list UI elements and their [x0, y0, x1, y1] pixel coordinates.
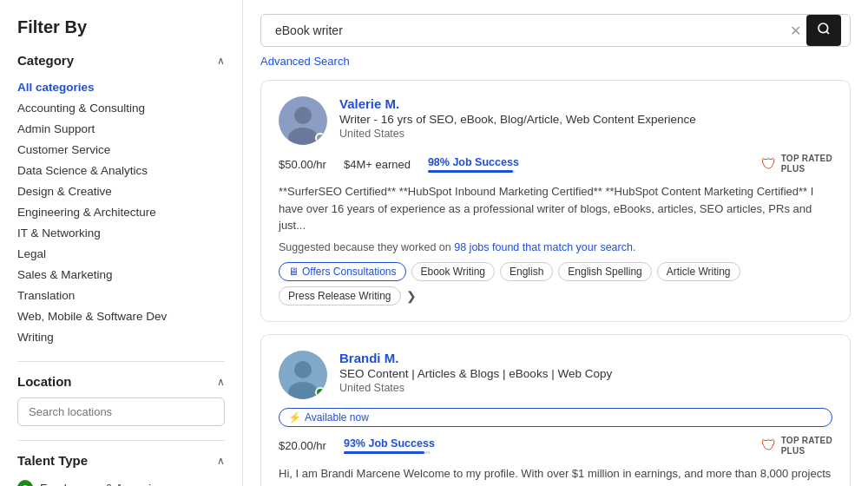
card-info: Valerie M. Writer - 16 yrs of SEO, eBook…: [339, 96, 832, 140]
list-item[interactable]: Customer Service: [17, 139, 225, 160]
rate-stat: $50.00/hr: [279, 158, 326, 171]
suggestion-link[interactable]: 98 jobs found that match your search.: [454, 241, 635, 253]
card-header: Valerie M. Writer - 16 yrs of SEO, eBook…: [279, 96, 832, 145]
list-item[interactable]: All categories: [17, 76, 225, 97]
job-success: 98% Job Success: [428, 156, 519, 173]
category-link[interactable]: Data Science & Analytics: [17, 164, 148, 177]
category-section: Category ∧ All categories Accounting & C…: [17, 53, 225, 347]
category-link[interactable]: Admin Support: [17, 122, 95, 135]
category-link[interactable]: Engineering & Architecture: [17, 206, 156, 219]
search-button[interactable]: [806, 15, 841, 46]
tags-chevron-right-icon[interactable]: ❯: [406, 289, 417, 303]
category-link[interactable]: Accounting & Consulting: [17, 102, 145, 115]
category-link[interactable]: Writing: [17, 331, 54, 344]
card-header: Brandi M. SEO Content | Articles & Blogs…: [279, 351, 832, 399]
list-item[interactable]: Web, Mobile & Software Dev: [17, 305, 225, 326]
list-item[interactable]: Engineering & Architecture: [17, 201, 225, 222]
category-link[interactable]: Web, Mobile & Software Dev: [17, 310, 167, 323]
freelancer-name[interactable]: Brandi M.: [339, 351, 832, 365]
category-section-title: Category: [17, 53, 74, 68]
tag[interactable]: Article Writing: [657, 262, 740, 281]
location-section: Location ∧: [17, 374, 225, 426]
online-status-dot: [315, 387, 326, 397]
available-now-badge: ⚡ Available now: [279, 408, 832, 427]
card-description: Hi, I am Brandi Marcene Welcome to my pr…: [279, 465, 832, 487]
radio-selected-icon: [17, 480, 33, 486]
tag[interactable]: English: [500, 262, 553, 281]
svg-point-6: [294, 361, 312, 378]
job-success-bar: [344, 451, 431, 454]
advanced-search-link[interactable]: Advanced Search: [260, 55, 350, 68]
location-search-input[interactable]: [17, 397, 225, 426]
card-stats: $20.00/hr 93% Job Success 🛡 TOP RATEDPLU…: [279, 436, 832, 456]
freelancer-card: Valerie M. Writer - 16 yrs of SEO, eBook…: [260, 80, 851, 322]
card-stats: $50.00/hr $4M+ earned 98% Job Success 🛡 …: [279, 154, 832, 174]
category-link[interactable]: All categories: [17, 81, 95, 94]
card-info: Brandi M. SEO Content | Articles & Blogs…: [339, 351, 832, 394]
talent-type-chevron-icon[interactable]: ∧: [217, 455, 225, 467]
top-rated-badge: 🛡 TOP RATEDPLUS: [761, 154, 832, 174]
list-item[interactable]: Freelancers & Agencies: [17, 476, 225, 486]
freelancer-name[interactable]: Valerie M.: [339, 96, 832, 111]
tag[interactable]: English Spelling: [558, 262, 651, 281]
search-bar: ✕: [260, 14, 851, 47]
job-success-label: 93% Job Success: [344, 437, 435, 450]
category-link[interactable]: Design & Creative: [17, 185, 112, 198]
talent-type-label: Freelancers & Agencies: [40, 482, 164, 487]
list-item[interactable]: Accounting & Consulting: [17, 97, 225, 118]
category-link[interactable]: Customer Service: [17, 143, 110, 156]
search-input[interactable]: [270, 15, 790, 46]
job-success-label: 98% Job Success: [428, 156, 519, 168]
freelancer-location: United States: [339, 382, 832, 394]
job-success-bar-fill: [344, 451, 424, 454]
category-link[interactable]: IT & Networking: [17, 227, 101, 240]
list-item[interactable]: IT & Networking: [17, 222, 225, 243]
job-success-bar: [428, 170, 515, 173]
talent-type-section-title: Talent Type: [17, 453, 88, 468]
tags-list: 🖥 Offers Consultations Ebook Writing Eng…: [279, 262, 832, 305]
list-item[interactable]: Translation: [17, 285, 225, 305]
list-item[interactable]: Design & Creative: [17, 181, 225, 201]
tag[interactable]: Ebook Writing: [411, 262, 495, 281]
shield-icon: 🛡: [761, 437, 777, 455]
main-content: ✕ Advanced Search Val: [243, 0, 868, 486]
avatar: [279, 96, 327, 145]
earned-stat: $4M+ earned: [344, 158, 411, 171]
location-section-header: Location ∧: [17, 374, 225, 389]
list-item[interactable]: Legal: [17, 243, 225, 264]
category-link[interactable]: Legal: [17, 247, 46, 260]
card-suggestion: Suggested because they worked on 98 jobs…: [279, 241, 832, 253]
freelancer-title: SEO Content | Articles & Blogs | eBooks …: [339, 367, 832, 380]
list-item[interactable]: Data Science & Analytics: [17, 160, 225, 181]
freelancer-card: Brandi M. SEO Content | Articles & Blogs…: [260, 334, 851, 487]
location-chevron-icon[interactable]: ∧: [217, 376, 225, 388]
talent-type-section-header: Talent Type ∧: [17, 453, 225, 468]
sidebar: Filter By Category ∧ All categories Acco…: [0, 0, 243, 486]
talent-type-list: Freelancers & Agencies Freelancers: [17, 476, 225, 486]
category-link[interactable]: Translation: [17, 289, 75, 302]
svg-point-3: [294, 107, 312, 124]
card-description: **SurferSEO Certified** **HubSpot Inboun…: [279, 183, 832, 234]
top-rated-label: TOP RATEDPLUS: [781, 154, 832, 174]
offline-status-dot: [315, 133, 326, 143]
category-list: All categories Accounting & Consulting A…: [17, 76, 225, 347]
freelancer-title: Writer - 16 yrs of SEO, eBook, Blog/Arti…: [339, 113, 832, 126]
category-chevron-icon[interactable]: ∧: [217, 55, 225, 67]
top-rated-badge: 🛡 TOP RATEDPLUS: [761, 436, 832, 456]
divider-2: [17, 440, 225, 441]
tag[interactable]: 🖥 Offers Consultations: [279, 262, 406, 281]
divider: [17, 361, 225, 362]
clear-icon[interactable]: ✕: [790, 23, 801, 39]
list-item[interactable]: Sales & Marketing: [17, 264, 225, 285]
monitor-icon: 🖥: [288, 266, 299, 278]
filter-by-title: Filter By: [17, 17, 225, 37]
available-badge-row: ⚡ Available now: [279, 408, 832, 427]
job-success-bar-fill: [428, 170, 513, 173]
list-item[interactable]: Writing: [17, 326, 225, 347]
category-link[interactable]: Sales & Marketing: [17, 268, 113, 281]
tag[interactable]: Press Release Writing: [279, 286, 401, 305]
search-icon: [817, 22, 831, 36]
svg-point-0: [819, 23, 828, 33]
talent-type-section: Talent Type ∧ Freelancers & Agencies Fre…: [17, 453, 225, 486]
list-item[interactable]: Admin Support: [17, 118, 225, 139]
